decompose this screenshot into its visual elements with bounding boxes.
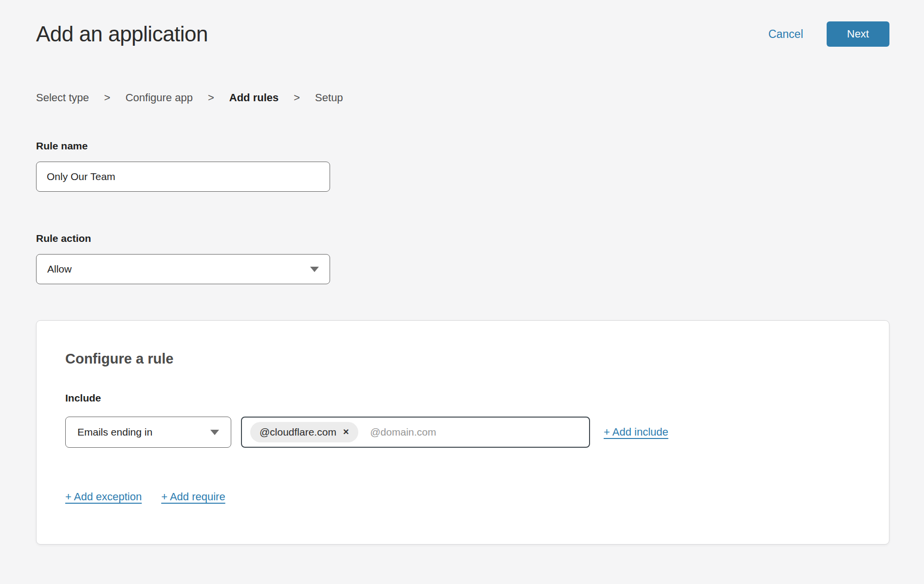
breadcrumb-separator: > xyxy=(104,91,111,104)
add-application-page: Add an application Cancel Next Select ty… xyxy=(0,0,924,584)
rule-action-selected-value: Allow xyxy=(47,263,72,275)
rule-name-label: Rule name xyxy=(36,140,889,152)
breadcrumb-separator: > xyxy=(294,91,300,104)
breadcrumb-step-setup[interactable]: Setup xyxy=(315,91,343,104)
rule-action-select[interactable]: Allow xyxy=(36,254,330,284)
remove-tag-icon[interactable]: ✕ xyxy=(343,428,349,436)
page-header: Add an application Cancel Next xyxy=(36,21,889,47)
cancel-button[interactable]: Cancel xyxy=(768,28,803,41)
include-value-input[interactable] xyxy=(370,426,583,438)
next-button[interactable]: Next xyxy=(827,21,889,47)
rule-name-input[interactable] xyxy=(36,162,330,192)
include-criteria-select[interactable]: Emails ending in xyxy=(65,417,231,448)
include-criteria-selected-value: Emails ending in xyxy=(77,426,152,438)
breadcrumb-separator: > xyxy=(208,91,214,104)
include-row: Emails ending in @cloudflare.com ✕ + Add… xyxy=(65,417,860,448)
add-exception-link[interactable]: + Add exception xyxy=(65,491,142,503)
chevron-down-icon xyxy=(310,267,319,272)
header-actions: Cancel Next xyxy=(768,21,889,47)
tag-chip-label: @cloudflare.com xyxy=(259,426,336,438)
page-title: Add an application xyxy=(36,22,208,46)
breadcrumb: Select type > Configure app > Add rules … xyxy=(36,91,889,104)
card-bottom-links: + Add exception + Add require xyxy=(65,491,860,503)
add-require-link[interactable]: + Add require xyxy=(161,491,225,503)
add-include-link[interactable]: + Add include xyxy=(604,426,668,438)
rule-card-title: Configure a rule xyxy=(65,351,860,367)
tag-chip: @cloudflare.com ✕ xyxy=(250,422,358,442)
include-label: Include xyxy=(65,392,860,404)
configure-rule-card: Configure a rule Include Emails ending i… xyxy=(36,320,889,545)
breadcrumb-step-add-rules: Add rules xyxy=(229,91,278,104)
chevron-down-icon xyxy=(210,430,219,435)
include-value-tag-input[interactable]: @cloudflare.com ✕ xyxy=(241,417,590,448)
breadcrumb-step-configure-app[interactable]: Configure app xyxy=(126,91,193,104)
breadcrumb-step-select-type[interactable]: Select type xyxy=(36,91,89,104)
rule-action-label: Rule action xyxy=(36,233,889,244)
